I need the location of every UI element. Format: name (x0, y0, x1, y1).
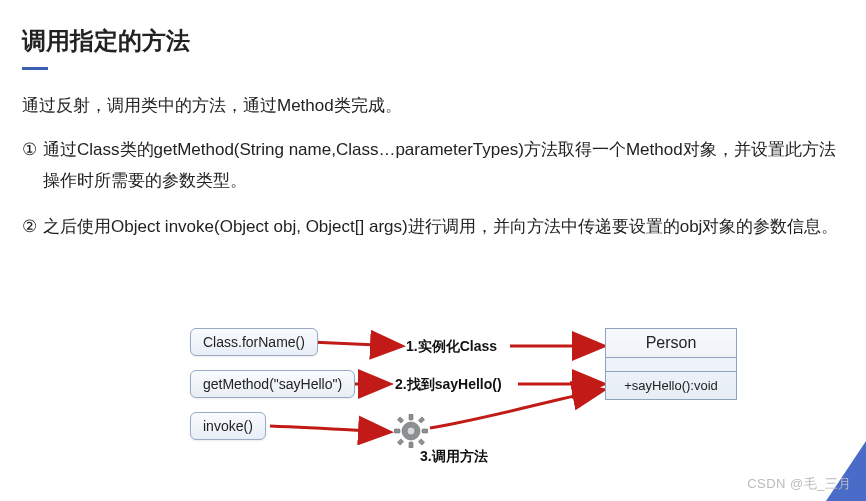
watermark: CSDN @毛_三月 (747, 475, 852, 493)
diagram-area: Class.forName() getMethod("sayHello") in… (170, 320, 830, 480)
gear-icon (394, 414, 428, 448)
intro-text: 通过反射，调用类中的方法，通过Method类完成。 (0, 70, 866, 119)
label-3-invoke: 3.调用方法 (420, 448, 488, 466)
uml-method: +sayHello():void (606, 372, 736, 399)
uml-class-name: Person (606, 329, 736, 358)
svg-rect-4 (422, 429, 428, 433)
page-title: 调用指定的方法 (0, 0, 866, 57)
box-getmethod: getMethod("sayHello") (190, 370, 355, 398)
svg-rect-3 (394, 429, 400, 433)
step-2: ② 之后使用Object invoke(Object obj, Object[]… (0, 196, 866, 243)
step-1: ① 通过Class类的getMethod(String name,Class…p… (0, 119, 866, 196)
svg-rect-1 (409, 414, 413, 420)
step-1-text: 通过Class类的getMethod(String name,Class…par… (43, 135, 842, 196)
step-2-text: 之后使用Object invoke(Object obj, Object[] a… (43, 212, 842, 243)
svg-rect-8 (418, 439, 424, 445)
svg-rect-2 (409, 442, 413, 448)
uml-empty-section (606, 358, 736, 372)
svg-rect-5 (397, 417, 403, 423)
uml-class-box: Person +sayHello():void (605, 328, 737, 400)
svg-rect-7 (397, 439, 403, 445)
svg-point-9 (407, 427, 415, 435)
box-class-forname: Class.forName() (190, 328, 318, 356)
label-1-instantiate: 1.实例化Class (406, 338, 497, 356)
svg-rect-6 (418, 417, 424, 423)
label-2-find: 2.找到sayHello() (395, 376, 502, 394)
step-2-num: ② (22, 212, 43, 243)
step-1-num: ① (22, 135, 43, 196)
box-invoke: invoke() (190, 412, 266, 440)
